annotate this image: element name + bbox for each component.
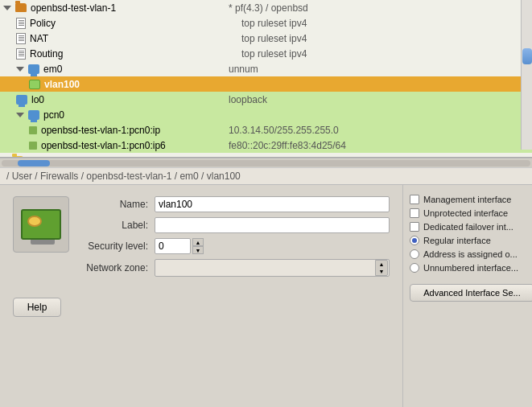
tree-scrollbar[interactable] — [521, 0, 532, 150]
address-radio[interactable] — [410, 249, 419, 259]
doc-icon — [16, 18, 26, 29]
tree-row[interactable]: Routing top ruleset ipv4 — [0, 46, 532, 61]
tree-row[interactable]: openbsd-test-vlan-1:pcn0:ip6 fe80::20c:2… — [0, 138, 532, 153]
network-select[interactable] — [155, 259, 390, 277]
security-stepper[interactable]: ▲ ▼ — [192, 238, 204, 254]
tree-node-label: openbsd-test-vlan-1:pcn0:ip6 — [41, 140, 166, 151]
tree-node-label: Objects — [27, 155, 60, 158]
device-icon — [21, 209, 61, 240]
management-label: Management interface — [423, 195, 511, 204]
address-label: Address is assigned o... — [423, 249, 518, 259]
interface-icon — [16, 95, 27, 105]
unnumbered-label: Unnumbered interface... — [423, 263, 518, 273]
unnumbered-radio[interactable] — [410, 263, 419, 273]
tree-row-vlan100[interactable]: vlan100 — [0, 76, 532, 92]
dedicated-label: Dedicated failover int... — [423, 222, 513, 232]
address-option-row: Address is assigned o... — [410, 249, 532, 259]
breadcrumb: / User / Firewalls / openbsd-test-vlan-1… — [0, 167, 532, 185]
management-checkbox[interactable] — [410, 195, 419, 204]
form-area: Name: Label: Security level: ▲ ▼ — [13, 196, 390, 282]
tree-node-value: fe80::20c:29ff:fe83:4d25/64 — [229, 140, 529, 151]
unprotected-label: Unprotected interface — [423, 208, 508, 218]
unprotected-checkbox[interactable] — [410, 208, 419, 218]
tree-expand-icon — [3, 6, 11, 10]
stepper-up[interactable]: ▲ — [192, 238, 204, 246]
regular-option-row: Regular interface — [410, 236, 532, 245]
device-icon-wrap — [13, 196, 69, 253]
tree-node-value: top ruleset ipv4 — [241, 48, 529, 60]
regular-radio[interactable] — [410, 236, 419, 245]
tree-scrollbar-thumb — [522, 48, 532, 64]
label-input[interactable] — [155, 217, 390, 233]
horizontal-scrollbar[interactable] — [0, 158, 532, 167]
tree-panel: openbsd-test-vlan-1 * pf(4.3) / openbsd … — [0, 0, 532, 158]
breadcrumb-text: / User / Firewalls / openbsd-test-vlan-1… — [6, 171, 241, 182]
tree-expand-icon — [16, 113, 24, 117]
vlan-icon — [29, 80, 40, 89]
form-panel: Name: Label: Security level: ▲ ▼ — [0, 185, 402, 407]
folder-icon — [12, 156, 23, 158]
tree-node-label: lo0 — [31, 94, 44, 105]
security-label: Security level: — [82, 240, 155, 252]
tree-node-value: 10.3.14.50/255.255.255.0 — [229, 125, 529, 136]
tree-row[interactable]: Policy top ruleset ipv4 — [0, 15, 532, 31]
dedicated-option-row: Dedicated failover int... — [410, 222, 532, 232]
tree-node-value: top ruleset ipv4 — [241, 18, 529, 29]
doc-icon — [16, 48, 26, 60]
doc-icon — [16, 33, 26, 44]
advanced-interface-button[interactable]: Advanced Interface Se... — [410, 284, 532, 302]
unprotected-option-row: Unprotected interface — [410, 208, 532, 218]
interface-icon — [28, 110, 39, 120]
name-field-row: Name: — [82, 196, 390, 212]
unnumbered-option-row: Unnumbered interface... — [410, 263, 532, 273]
name-label: Name: — [82, 199, 155, 210]
ip-icon — [29, 126, 37, 134]
interface-icon — [28, 64, 39, 74]
security-input-wrap: ▲ ▼ — [155, 238, 203, 254]
scrollbar-track — [2, 160, 530, 166]
management-option-row: Management interface — [410, 195, 532, 204]
tree-row[interactable]: openbsd-test-vlan-1:pcn0:ip 10.3.14.50/2… — [0, 122, 532, 138]
network-label: Network zone: — [82, 262, 155, 273]
network-zone-row: Network zone: ▲ ▼ — [82, 259, 390, 277]
tree-node-value: unnum — [229, 64, 529, 75]
tree-node-value: top ruleset ipv4 — [241, 33, 529, 44]
options-panel: Management interface Unprotected interfa… — [402, 185, 532, 407]
tree-row[interactable]: openbsd-test-vlan-1 * pf(4.3) / openbsd — [0, 0, 532, 15]
tree-row[interactable]: em0 unnum — [0, 61, 532, 76]
tree-node-label: openbsd-test-vlan-1 — [31, 2, 116, 14]
label-field-row: Label: — [82, 217, 390, 233]
dedicated-checkbox[interactable] — [410, 222, 419, 232]
tree-node-label: openbsd-test-vlan-1:pcn0:ip — [41, 125, 160, 136]
bottom-section: Name: Label: Security level: ▲ ▼ — [0, 185, 532, 407]
tree-row[interactable]: NAT top ruleset ipv4 — [0, 31, 532, 46]
regular-label: Regular interface — [423, 236, 491, 245]
fields-wrap: Name: Label: Security level: ▲ ▼ — [82, 196, 390, 282]
tree-node-value: 7 objects — [229, 155, 529, 158]
security-input[interactable] — [155, 238, 191, 254]
security-row: Security level: ▲ ▼ — [82, 238, 390, 254]
tree-node-label: pcn0 — [43, 109, 64, 121]
network-select-wrap: ▲ ▼ — [155, 259, 390, 277]
tree-row[interactable]: lo0 loopback — [0, 92, 532, 107]
ip-icon — [29, 142, 37, 150]
folder-icon — [15, 3, 27, 12]
tree-node-value: * pf(4.3) / openbsd — [229, 2, 529, 14]
tree-row[interactable]: pcn0 — [0, 107, 532, 122]
tree-node-label: NAT — [30, 33, 48, 44]
scrollbar-thumb — [18, 160, 50, 166]
stepper-down[interactable]: ▼ — [192, 246, 204, 254]
tree-node-label: vlan100 — [44, 79, 80, 90]
tree-node-label: Routing — [30, 48, 63, 60]
tree-expand-icon — [16, 67, 24, 72]
tree-collapse-icon — [3, 158, 8, 158]
help-button[interactable]: Help — [13, 298, 61, 317]
tree-node-label: em0 — [43, 64, 62, 75]
label-label: Label: — [82, 220, 155, 231]
name-input[interactable] — [155, 196, 390, 212]
tree-node-label: Policy — [30, 18, 56, 29]
tree-node-value: loopback — [229, 94, 529, 105]
tree-row-objects[interactable]: Objects 7 objects — [0, 153, 532, 158]
